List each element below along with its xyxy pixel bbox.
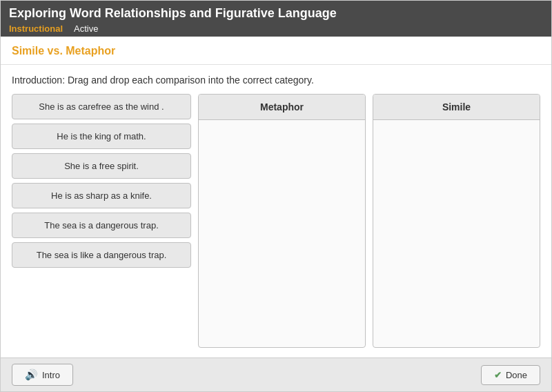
intro-button[interactable]: 🔊 Intro (12, 364, 73, 386)
section-title-bar: Simile vs. Metaphor (1, 37, 551, 65)
header-tags: Instructional Active (9, 23, 543, 34)
instruction-text: Introduction: Drag and drop each compari… (12, 75, 540, 86)
simile-zone-header: Simile (373, 95, 540, 120)
main-content: Introduction: Drag and drop each compari… (1, 65, 551, 357)
simile-drop-zone[interactable]: Simile (373, 94, 540, 348)
simile-zone-body[interactable] (373, 120, 540, 347)
done-button[interactable]: ✔ Done (481, 365, 540, 385)
tag-active: Active (74, 23, 98, 34)
page-title: Exploring Word Relationships and Figurat… (9, 6, 543, 21)
drag-drop-area: She is as carefree as the wind . He is t… (12, 94, 540, 348)
items-column: She is as carefree as the wind . He is t… (12, 94, 191, 348)
intro-button-label: Intro (42, 370, 60, 380)
check-icon: ✔ (494, 370, 502, 380)
tag-instructional: Instructional (9, 23, 63, 34)
draggable-item[interactable]: The sea is like a dangerous trap. (12, 242, 191, 268)
metaphor-zone-body[interactable] (199, 120, 365, 347)
app-container: Exploring Word Relationships and Figurat… (0, 0, 552, 392)
draggable-item[interactable]: She is as carefree as the wind . (12, 94, 191, 119)
footer: 🔊 Intro ✔ Done (1, 357, 551, 391)
content-area: Simile vs. Metaphor Introduction: Drag a… (1, 37, 551, 357)
section-title: Simile vs. Metaphor (12, 45, 115, 57)
metaphor-zone-header: Metaphor (199, 95, 365, 120)
metaphor-drop-zone[interactable]: Metaphor (198, 94, 366, 348)
done-button-label: Done (506, 370, 527, 380)
draggable-item[interactable]: He is the king of math. (12, 124, 191, 149)
draggable-item[interactable]: The sea is a dangerous trap. (12, 213, 191, 238)
drop-zones: Metaphor Simile (198, 94, 540, 348)
speaker-icon: 🔊 (25, 369, 38, 381)
draggable-item[interactable]: She is a free spirit. (12, 153, 191, 179)
draggable-item[interactable]: He is as sharp as a knife. (12, 183, 191, 208)
header: Exploring Word Relationships and Figurat… (1, 1, 551, 37)
